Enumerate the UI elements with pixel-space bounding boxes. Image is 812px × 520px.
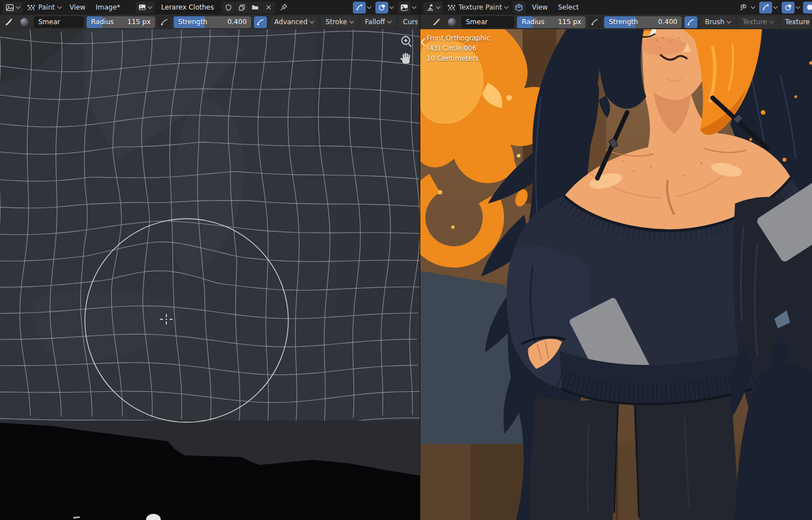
uv-grid-view[interactable] <box>0 29 420 520</box>
pin-image-button[interactable] <box>278 2 291 13</box>
gizmos-toggle-group-3d <box>758 2 778 13</box>
editor-type-dropdown[interactable] <box>3 2 22 13</box>
blender-window: Paint View Image* Lerarex Clothes <box>0 0 812 520</box>
image-datablock-icon <box>138 3 146 11</box>
gizmos-dropdown-3d[interactable] <box>773 4 778 8</box>
mode-label: Paint <box>38 3 55 11</box>
image-editor-header: Paint View Image* Lerarex Clothes <box>0 0 420 15</box>
overlays-toggle-group-3d <box>781 2 801 13</box>
radius-pressure-toggle[interactable] <box>158 16 171 28</box>
fake-user-shield-button[interactable] <box>222 2 235 13</box>
brush-name-field[interactable]: Smear <box>34 16 84 28</box>
gizmo-visibility-dropdown[interactable] <box>751 4 755 8</box>
advanced-dropdown[interactable]: Advanced <box>270 16 318 28</box>
menu-select-3d[interactable]: Select <box>554 0 583 15</box>
new-image-copy-button[interactable] <box>235 2 248 13</box>
mode-dropdown-3d[interactable]: Texture Paint <box>445 3 510 12</box>
gizmos-toggle-3d[interactable] <box>759 2 772 13</box>
strength-pressure-toggle[interactable] <box>254 16 267 28</box>
gizmo-visibility-eye-icon[interactable] <box>737 2 750 13</box>
brush-name-field-3d[interactable]: Smear <box>461 16 514 28</box>
image-name-field[interactable]: Lerarex Clothes <box>157 2 220 13</box>
radius-pressure-toggle-3d[interactable] <box>588 16 601 28</box>
viewport-artwork <box>420 29 812 520</box>
display-channels-dropdown[interactable] <box>412 4 416 8</box>
brush-panel-dropdown[interactable]: Brush <box>700 16 735 28</box>
strength-slider-3d[interactable]: Strength 0.400 <box>604 16 682 28</box>
menu-view[interactable]: View <box>66 0 89 15</box>
editor-type-dropdown-3d[interactable] <box>423 2 443 13</box>
overlays-toggle-3d[interactable] <box>782 2 795 13</box>
viewport-editor-icon <box>426 3 434 12</box>
gizmos-dropdown[interactable] <box>367 4 371 8</box>
texture-paint-mode-icon <box>447 3 456 12</box>
grid-scale-text: 10 Centimeters <box>427 53 490 64</box>
brush-preview-sphere[interactable] <box>18 16 31 28</box>
overlays-dropdown-3d[interactable] <box>796 4 800 8</box>
radius-slider-3d[interactable]: Radius 115 px <box>517 16 586 28</box>
viewport-header: Texture Paint View Select <box>420 0 812 15</box>
gizmos-toggle-group <box>352 2 372 13</box>
show-gizmo-visibility-group <box>736 2 756 13</box>
display-channels-group <box>397 2 417 13</box>
active-object-text: (43) Circle.006 <box>427 43 490 53</box>
strength-pressure-toggle-3d[interactable] <box>684 16 697 28</box>
paint-mode-icon <box>27 3 35 12</box>
image-datablock-buttons <box>222 2 275 13</box>
stroke-dropdown[interactable]: Stroke <box>321 16 357 28</box>
mode-dropdown[interactable]: Paint <box>25 3 63 12</box>
brush-preview-sphere-3d[interactable] <box>446 16 459 28</box>
overlays-toggle-group <box>374 2 394 13</box>
image-editor-panel: Paint View Image* Lerarex Clothes <box>0 0 420 520</box>
uv-paint-canvas[interactable] <box>0 29 420 520</box>
mesh-data-cube-icon[interactable] <box>512 2 525 13</box>
falloff-dropdown[interactable]: Falloff <box>361 16 396 28</box>
active-brush-tool-button-3d[interactable] <box>430 16 443 28</box>
cursor-dropdown[interactable]: Curs <box>398 16 418 28</box>
active-brush-tool-button[interactable] <box>2 16 15 28</box>
radius-slider[interactable]: Radius 115 px <box>87 16 155 28</box>
region-collapse-arrow[interactable] <box>420 36 427 48</box>
menu-image[interactable]: Image* <box>92 0 124 15</box>
mode-label-3d: Texture Paint <box>459 3 502 11</box>
viewport-3d-canvas[interactable]: Front Orthographic (43) Circle.006 10 Ce… <box>420 29 812 520</box>
viewport-text-overlay: Front Orthographic (43) Circle.006 10 Ce… <box>427 33 490 64</box>
overlays-toggle[interactable] <box>375 2 388 13</box>
open-image-folder-button[interactable] <box>249 2 262 13</box>
gizmos-toggle[interactable] <box>353 2 366 13</box>
shading-toggle-clipped[interactable] <box>803 2 812 13</box>
menu-view-3d[interactable]: View <box>528 0 551 15</box>
display-channels-button[interactable] <box>398 2 411 13</box>
image-editor-icon <box>6 3 14 12</box>
image-editor-tool-settings: Smear Radius 115 px Strength 0.400 Advan… <box>0 15 420 29</box>
viewport-tool-settings: Smear Radius 115 px Strength 0.400 Brush <box>420 15 812 29</box>
viewport-3d-panel: Texture Paint View Select <box>420 0 812 520</box>
unlink-image-x-button[interactable] <box>262 2 275 13</box>
view-name-text: Front Orthographic <box>427 33 490 43</box>
strength-slider[interactable]: Strength 0.400 <box>174 16 251 28</box>
image-datablock-dropdown[interactable] <box>135 2 155 13</box>
texture-mask-panel-dropdown[interactable]: Texture <box>781 16 810 28</box>
texture-panel-dropdown[interactable]: Texture <box>738 16 778 28</box>
overlays-dropdown[interactable] <box>389 4 394 8</box>
